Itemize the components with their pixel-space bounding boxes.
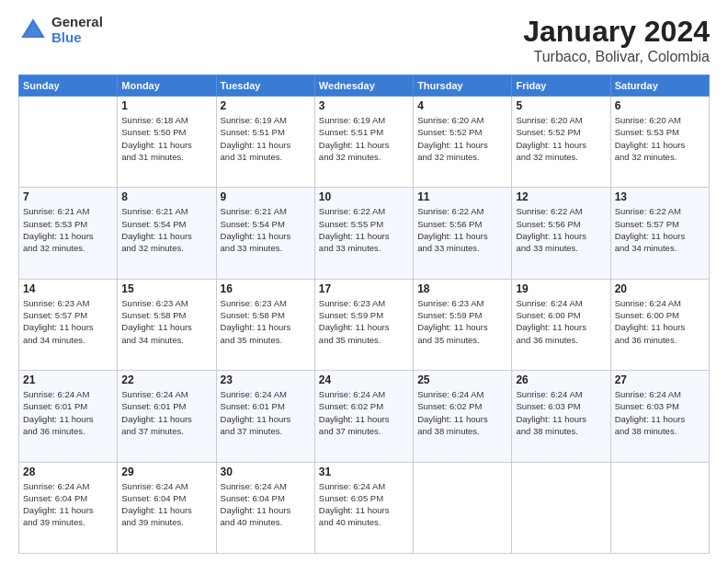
header-saturday: Saturday [610,75,709,97]
calendar-table: Sunday Monday Tuesday Wednesday Thursday… [18,75,710,554]
table-row: 24Sunrise: 6:24 AM Sunset: 6:02 PM Dayli… [314,371,413,462]
day-info: Sunrise: 6:23 AM Sunset: 5:58 PM Dayligh… [221,297,311,346]
day-number: 5 [516,99,606,112]
day-number: 2 [221,99,311,112]
day-info: Sunrise: 6:21 AM Sunset: 5:53 PM Dayligh… [23,205,113,254]
day-info: Sunrise: 6:24 AM Sunset: 6:00 PM Dayligh… [615,297,705,346]
table-row [19,97,118,188]
logo-icon [18,16,48,45]
day-number: 24 [319,373,409,386]
calendar-week-row: 1Sunrise: 6:18 AM Sunset: 5:50 PM Daylig… [19,97,710,188]
calendar-subtitle: Turbaco, Bolivar, Colombia [523,49,710,65]
day-number: 29 [121,465,211,478]
table-row: 22Sunrise: 6:24 AM Sunset: 6:01 PM Dayli… [118,371,216,462]
day-info: Sunrise: 6:20 AM Sunset: 5:52 PM Dayligh… [417,114,507,163]
table-row: 13Sunrise: 6:22 AM Sunset: 5:57 PM Dayli… [610,188,709,279]
table-row: 7Sunrise: 6:21 AM Sunset: 5:53 PM Daylig… [19,188,118,279]
table-row: 17Sunrise: 6:23 AM Sunset: 5:59 PM Dayli… [314,279,413,370]
table-row: 14Sunrise: 6:23 AM Sunset: 5:57 PM Dayli… [19,279,118,370]
logo: General Blue [18,15,103,45]
day-number: 20 [615,282,705,295]
day-info: Sunrise: 6:24 AM Sunset: 6:02 PM Dayligh… [319,388,409,437]
calendar-week-row: 28Sunrise: 6:24 AM Sunset: 6:04 PM Dayli… [19,462,710,553]
day-number: 4 [417,99,507,112]
table-row: 29Sunrise: 6:24 AM Sunset: 6:04 PM Dayli… [118,462,216,553]
day-info: Sunrise: 6:18 AM Sunset: 5:50 PM Dayligh… [121,114,211,163]
table-row: 5Sunrise: 6:20 AM Sunset: 5:52 PM Daylig… [512,97,610,188]
day-info: Sunrise: 6:24 AM Sunset: 6:02 PM Dayligh… [417,388,507,437]
day-number: 12 [516,190,606,203]
table-row [512,462,610,553]
day-number: 27 [615,373,705,386]
day-number: 13 [615,190,705,203]
day-info: Sunrise: 6:22 AM Sunset: 5:56 PM Dayligh… [417,205,507,254]
logo-text: General Blue [51,15,103,45]
day-number: 14 [23,282,113,295]
table-row: 30Sunrise: 6:24 AM Sunset: 6:04 PM Dayli… [216,462,314,553]
table-row: 11Sunrise: 6:22 AM Sunset: 5:56 PM Dayli… [414,188,512,279]
calendar-title: January 2024 [523,15,710,49]
day-info: Sunrise: 6:24 AM Sunset: 6:01 PM Dayligh… [121,388,211,437]
day-number: 7 [23,190,113,203]
day-number: 16 [221,282,311,295]
day-info: Sunrise: 6:20 AM Sunset: 5:52 PM Dayligh… [516,114,606,163]
day-info: Sunrise: 6:21 AM Sunset: 5:54 PM Dayligh… [121,205,211,254]
table-row: 25Sunrise: 6:24 AM Sunset: 6:02 PM Dayli… [414,371,512,462]
day-number: 11 [417,190,507,203]
table-row: 10Sunrise: 6:22 AM Sunset: 5:55 PM Dayli… [314,188,413,279]
table-row: 23Sunrise: 6:24 AM Sunset: 6:01 PM Dayli… [216,371,314,462]
table-row: 21Sunrise: 6:24 AM Sunset: 6:01 PM Dayli… [19,371,118,462]
day-info: Sunrise: 6:24 AM Sunset: 6:01 PM Dayligh… [23,388,113,437]
header-tuesday: Tuesday [216,75,314,97]
day-number: 18 [417,282,507,295]
table-row: 3Sunrise: 6:19 AM Sunset: 5:51 PM Daylig… [314,97,413,188]
calendar-week-row: 7Sunrise: 6:21 AM Sunset: 5:53 PM Daylig… [19,188,710,279]
day-info: Sunrise: 6:23 AM Sunset: 5:57 PM Dayligh… [23,297,113,346]
day-number: 9 [221,190,311,203]
day-number: 30 [221,465,311,478]
logo-blue-text: Blue [51,30,103,46]
table-row: 27Sunrise: 6:24 AM Sunset: 6:03 PM Dayli… [610,371,709,462]
day-number: 28 [23,465,113,478]
day-number: 23 [221,373,311,386]
day-info: Sunrise: 6:19 AM Sunset: 5:51 PM Dayligh… [319,114,409,163]
day-number: 6 [615,99,705,112]
table-row: 28Sunrise: 6:24 AM Sunset: 6:04 PM Dayli… [19,462,118,553]
table-row [610,462,709,553]
day-number: 8 [121,190,211,203]
day-number: 3 [319,99,409,112]
table-row: 1Sunrise: 6:18 AM Sunset: 5:50 PM Daylig… [118,97,216,188]
calendar-week-row: 14Sunrise: 6:23 AM Sunset: 5:57 PM Dayli… [19,279,710,370]
logo-general-text: General [51,15,103,30]
table-row: 31Sunrise: 6:24 AM Sunset: 6:05 PM Dayli… [314,462,413,553]
day-info: Sunrise: 6:23 AM Sunset: 5:58 PM Dayligh… [121,297,211,346]
day-info: Sunrise: 6:21 AM Sunset: 5:54 PM Dayligh… [221,205,311,254]
day-number: 17 [319,282,409,295]
day-number: 26 [516,373,606,386]
day-number: 31 [319,465,409,478]
calendar-week-row: 21Sunrise: 6:24 AM Sunset: 6:01 PM Dayli… [19,371,710,462]
header-wednesday: Wednesday [314,75,413,97]
day-info: Sunrise: 6:24 AM Sunset: 6:03 PM Dayligh… [615,388,705,437]
table-row: 9Sunrise: 6:21 AM Sunset: 5:54 PM Daylig… [216,188,314,279]
table-row: 8Sunrise: 6:21 AM Sunset: 5:54 PM Daylig… [118,188,216,279]
day-number: 22 [121,373,211,386]
table-row: 20Sunrise: 6:24 AM Sunset: 6:00 PM Dayli… [610,279,709,370]
table-row: 18Sunrise: 6:23 AM Sunset: 5:59 PM Dayli… [414,279,512,370]
day-info: Sunrise: 6:20 AM Sunset: 5:53 PM Dayligh… [615,114,705,163]
header-thursday: Thursday [414,75,512,97]
header-sunday: Sunday [19,75,118,97]
day-number: 15 [121,282,211,295]
day-info: Sunrise: 6:23 AM Sunset: 5:59 PM Dayligh… [417,297,507,346]
day-number: 19 [516,282,606,295]
day-info: Sunrise: 6:22 AM Sunset: 5:56 PM Dayligh… [516,205,606,254]
day-info: Sunrise: 6:22 AM Sunset: 5:55 PM Dayligh… [319,205,409,254]
day-info: Sunrise: 6:24 AM Sunset: 6:04 PM Dayligh… [121,480,211,529]
table-row [414,462,512,553]
day-info: Sunrise: 6:22 AM Sunset: 5:57 PM Dayligh… [615,205,705,254]
table-row: 16Sunrise: 6:23 AM Sunset: 5:58 PM Dayli… [216,279,314,370]
day-info: Sunrise: 6:24 AM Sunset: 6:04 PM Dayligh… [23,480,113,529]
table-row: 6Sunrise: 6:20 AM Sunset: 5:53 PM Daylig… [610,97,709,188]
day-number: 21 [23,373,113,386]
day-number: 25 [417,373,507,386]
